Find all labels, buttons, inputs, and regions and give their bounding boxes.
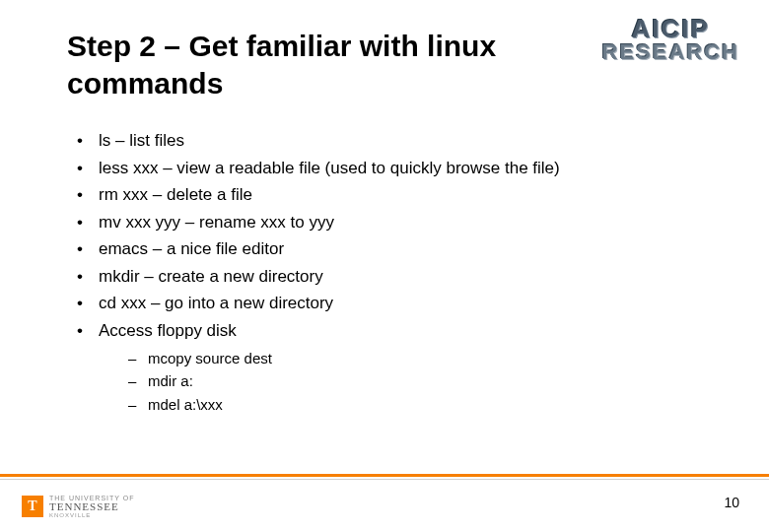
aicip-logo: AICIP RESEARCH: [602, 16, 739, 63]
footer-divider-thin: [0, 479, 769, 480]
ut-line3: KNOXVILLE: [49, 512, 135, 518]
ut-logo: T THE UNIVERSITY OF TENNESSEE KNOXVILLE: [22, 495, 135, 518]
bullet-list: ls – list files less xxx – view a readab…: [75, 128, 706, 416]
sub-list-item: mdel a:\xxx: [128, 393, 706, 416]
sub-bullet-list: mcopy source dest mdir a: mdel a:\xxx: [128, 347, 706, 416]
logo-line2: RESEARCH: [602, 41, 739, 63]
list-item: cd xxx – go into a new directory: [75, 291, 706, 316]
list-item: Access floppy disk mcopy source dest mdi…: [75, 318, 706, 416]
logo-line1: AICIP: [602, 16, 739, 41]
sub-list-item: mdir a:: [128, 369, 706, 392]
slide-title: Step 2 – Get familiar with linux command…: [67, 28, 580, 101]
footer-divider: [0, 474, 769, 477]
list-item: rm xxx – delete a file: [75, 182, 706, 208]
page-number: 10: [724, 495, 739, 510]
list-item: emacs – a nice file editor: [75, 236, 706, 262]
list-item-label: Access floppy disk: [99, 321, 237, 340]
slide-content: ls – list files less xxx – view a readab…: [75, 128, 706, 418]
ut-logo-text: THE UNIVERSITY OF TENNESSEE KNOXVILLE: [49, 495, 135, 518]
list-item: less xxx – view a readable file (used to…: [75, 156, 706, 181]
ut-mark-icon: T: [22, 496, 43, 517]
list-item: mkdir – create a new directory: [75, 264, 706, 290]
ut-line2: TENNESSEE: [49, 501, 135, 512]
list-item: mv xxx yyy – rename xxx to yyy: [75, 210, 706, 235]
sub-list-item: mcopy source dest: [128, 347, 706, 369]
slide: AICIP RESEARCH Step 2 – Get familiar wit…: [0, 0, 769, 532]
list-item: ls – list files: [75, 128, 706, 154]
